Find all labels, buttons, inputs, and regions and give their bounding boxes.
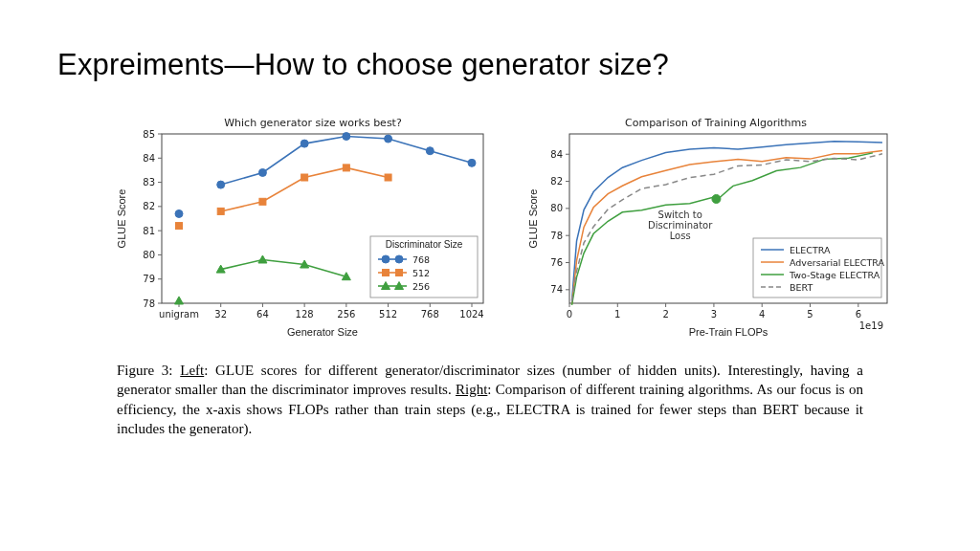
svg-text:79: 79	[143, 274, 155, 284]
svg-text:85: 85	[143, 129, 155, 140]
svg-point-38	[258, 168, 266, 176]
svg-text:84: 84	[143, 153, 155, 164]
svg-rect-44	[176, 223, 183, 230]
svg-text:Generator Size: Generator Size	[287, 326, 358, 338]
svg-text:80: 80	[550, 203, 563, 213]
svg-text:Discriminator Size: Discriminator Size	[386, 239, 463, 250]
svg-text:6: 6	[856, 309, 861, 320]
svg-text:ELECTRA: ELECTRA	[790, 245, 831, 255]
svg-text:78: 78	[550, 231, 563, 241]
chart-right: 74767880828401234561e19Comparison of Tra…	[523, 115, 897, 340]
svg-point-58	[382, 255, 390, 263]
svg-text:unigram: unigram	[159, 309, 199, 320]
slide-title: Expreiments—How to choose generator size…	[57, 48, 923, 82]
svg-rect-63	[396, 270, 403, 276]
svg-text:83: 83	[143, 177, 155, 187]
svg-text:Loss: Loss	[670, 231, 691, 241]
svg-point-42	[426, 147, 434, 155]
svg-marker-52	[258, 255, 267, 263]
svg-text:2: 2	[662, 309, 668, 320]
svg-text:1: 1	[614, 309, 620, 320]
svg-text:128: 128	[296, 309, 314, 320]
figure-caption: Figure 3: Left: GLUE scores for differen…	[117, 361, 863, 438]
figure-row: 7879808182838485unigram32641282565127681…	[86, 115, 923, 340]
svg-text:81: 81	[143, 226, 155, 236]
svg-text:256: 256	[412, 281, 430, 292]
slide: Expreiments—How to choose generator size…	[0, 0, 980, 551]
svg-text:78: 78	[143, 298, 155, 309]
svg-text:Comparison of Training Algorit: Comparison of Training Algorithms	[625, 117, 807, 129]
svg-point-59	[395, 255, 403, 263]
svg-point-103	[712, 194, 721, 203]
chart-left: 7879808182838485unigram32641282565127681…	[112, 115, 495, 340]
svg-text:Discriminator: Discriminator	[648, 220, 713, 231]
svg-text:Which generator size works bes: Which generator size works best?	[224, 117, 402, 129]
svg-text:768: 768	[421, 309, 439, 320]
svg-text:82: 82	[550, 176, 563, 187]
svg-text:1024: 1024	[459, 309, 483, 320]
chart-left-svg: 7879808182838485unigram32641282565127681…	[112, 115, 495, 340]
svg-text:84: 84	[550, 149, 563, 160]
svg-text:74: 74	[550, 284, 563, 295]
svg-text:64: 64	[256, 309, 269, 320]
svg-text:82: 82	[143, 201, 155, 211]
svg-text:BERT: BERT	[790, 282, 813, 293]
svg-point-43	[468, 159, 476, 166]
svg-text:3: 3	[711, 309, 717, 320]
svg-rect-62	[383, 270, 390, 276]
svg-text:4: 4	[759, 309, 765, 320]
svg-text:Adversarial ELECTRA: Adversarial ELECTRA	[790, 257, 884, 268]
svg-text:512: 512	[379, 309, 397, 320]
svg-text:Switch to: Switch to	[658, 209, 702, 220]
svg-text:76: 76	[550, 257, 563, 268]
svg-text:0: 0	[567, 309, 572, 320]
svg-rect-47	[301, 174, 308, 181]
svg-rect-49	[385, 174, 391, 181]
svg-text:80: 80	[143, 250, 155, 260]
chart-right-svg: 74767880828401234561e19Comparison of Tra…	[523, 115, 897, 340]
svg-text:256: 256	[337, 309, 355, 320]
svg-text:1e19: 1e19	[859, 320, 883, 331]
svg-text:Two-Stage ELECTRA: Two-Stage ELECTRA	[789, 270, 880, 280]
svg-rect-48	[343, 165, 349, 171]
svg-point-41	[385, 135, 392, 143]
svg-text:768: 768	[412, 254, 430, 265]
svg-text:512: 512	[412, 268, 430, 278]
svg-point-40	[343, 133, 350, 141]
svg-point-37	[217, 181, 225, 188]
svg-text:GLUE Score: GLUE Score	[116, 189, 127, 249]
svg-point-39	[301, 140, 308, 147]
svg-text:Pre-Train FLOPs: Pre-Train FLOPs	[689, 326, 768, 338]
svg-rect-46	[259, 198, 266, 205]
svg-point-36	[175, 209, 183, 217]
svg-text:GLUE Score: GLUE Score	[527, 189, 539, 249]
svg-text:32: 32	[214, 309, 227, 320]
svg-marker-50	[175, 297, 184, 304]
svg-rect-45	[217, 208, 224, 214]
svg-text:5: 5	[807, 309, 813, 320]
